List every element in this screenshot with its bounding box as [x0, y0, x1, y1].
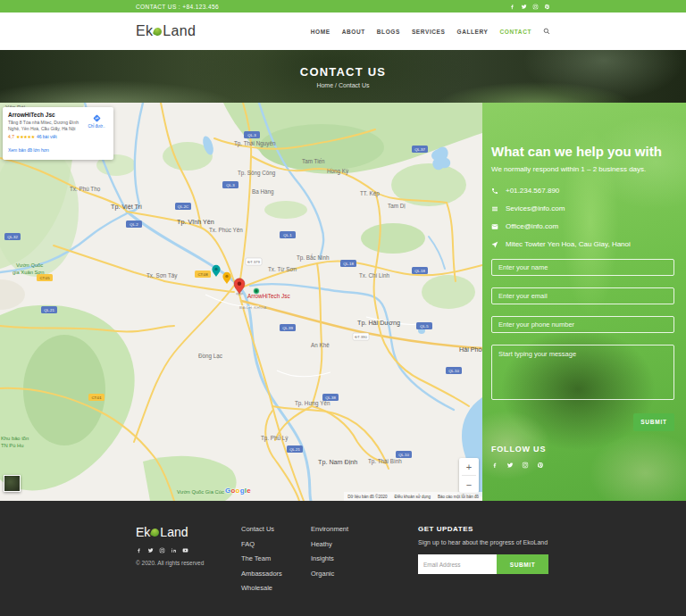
linkedin-icon[interactable] — [171, 547, 177, 554]
phone-input[interactable] — [491, 316, 674, 333]
zoom-out-button[interactable]: − — [459, 476, 479, 493]
nav-item-blogs[interactable]: BLOGS — [377, 29, 400, 35]
twitter-icon[interactable] — [521, 4, 527, 10]
follow-us-icons — [491, 462, 674, 469]
message-textarea[interactable] — [491, 345, 674, 400]
contact-address[interactable]: Mitec Towter Yen Hoa, Cau Giay, Hanoi — [491, 240, 674, 248]
map-label: Tam Tiến — [302, 157, 325, 164]
report-error-link[interactable]: Báo cáo một lỗi bản đồ — [438, 495, 479, 499]
directions-label: Chỉ đườ.. — [88, 124, 105, 129]
map-label: Tx. Từ Sơn — [268, 266, 297, 272]
twitter-icon[interactable] — [506, 462, 514, 469]
logo-text-2: Land — [163, 23, 196, 39]
location-icon — [491, 241, 498, 248]
logo-text-1: Ek — [136, 23, 153, 39]
pinterest-icon[interactable] — [544, 4, 550, 10]
terms-link[interactable]: Điều khoản sử dụng — [394, 495, 431, 499]
instagram-icon[interactable] — [159, 547, 165, 554]
email-input[interactable] — [491, 287, 674, 304]
name-input[interactable] — [491, 259, 674, 276]
contact-phone[interactable]: +01.234.567.890 — [491, 187, 674, 195]
directions-button[interactable]: Chỉ đườ.. — [85, 112, 108, 155]
contact-address-text: Mitec Towter Yen Hoa, Cau Giay, Hanoi — [506, 240, 631, 248]
google-logo[interactable]: Google — [225, 487, 251, 495]
nav-item-home[interactable]: HOME — [311, 29, 330, 35]
contact-services-email[interactable]: Sevices@info.com — [491, 204, 674, 212]
footer-link-insights[interactable]: Insights — [311, 554, 418, 562]
map-label: Tp. Thái Nguyên — [234, 140, 276, 147]
svg-text:QL.21: QL.21 — [44, 308, 54, 312]
road-shield: QL.18 — [340, 260, 356, 267]
road-shield: CT.01 — [88, 394, 105, 401]
footer-link-the-team[interactable]: The Team — [241, 554, 311, 562]
footer-links-column-2: Environment Heathy Insights Organic — [311, 525, 418, 599]
panel-subheading: We normally respond within 1 – 2 busines… — [491, 165, 674, 173]
footer-link-contact-us[interactable]: Contact Us — [241, 525, 311, 533]
svg-text:QL.2C: QL.2C — [178, 204, 188, 209]
zoom-in-button[interactable]: + — [459, 458, 479, 475]
google-map[interactable]: QL.70 QL.37 QL.3 QL.37 QL.32 QL.2 QL.2C … — [0, 103, 482, 501]
svg-text:QL.10: QL.10 — [398, 453, 409, 457]
search-icon[interactable] — [543, 28, 550, 35]
map-marker-label: ArrowHiTech Jsc — [247, 293, 290, 299]
contact-office-text: Office@info.com — [506, 222, 558, 230]
footer-link-faq[interactable]: FAQ — [241, 540, 311, 548]
directions-icon — [93, 114, 101, 122]
footer-link-wholesale[interactable]: Wholesale — [241, 584, 311, 592]
youtube-icon[interactable] — [182, 547, 188, 554]
nav-item-services[interactable]: SERVICES — [412, 29, 446, 35]
pinterest-icon[interactable] — [537, 462, 544, 469]
road-shield: QL.5 — [416, 322, 432, 329]
footer-link-heathy[interactable]: Heathy — [311, 540, 418, 548]
facebook-icon[interactable] — [509, 4, 515, 10]
svg-text:QL.1: QL.1 — [283, 233, 292, 237]
road-shield: QL.21 — [41, 306, 57, 313]
map-canvas[interactable]: QL.70 QL.37 QL.3 QL.37 QL.32 QL.2 QL.2C … — [0, 103, 482, 501]
road-shield: QL.10 — [446, 367, 462, 374]
contact-office-email[interactable]: Office@info.com — [491, 222, 674, 230]
main-nav: HOME ABOUT BLOGS SERVICES GALLERY CONTAC… — [311, 28, 550, 35]
follow-us-heading: FOLLOW US — [491, 445, 674, 454]
address-line-1: Tầng 8 Tòa nhà Mitec, Dương Đình — [8, 120, 79, 125]
contact-panel: What can we help you with We normally re… — [482, 103, 686, 501]
map-zoom-control: + − — [459, 458, 479, 493]
map-label: gia Xuân Sơn — [13, 270, 44, 275]
footer-social — [136, 547, 241, 554]
view-larger-map-link[interactable]: Xem bản đồ lớn hơn — [8, 147, 49, 153]
instagram-icon[interactable] — [522, 462, 529, 469]
road-shield: QL.2 — [126, 221, 142, 228]
map-label: Tx. Chí Linh — [359, 272, 389, 279]
footer-link-organic[interactable]: Organic — [311, 570, 418, 578]
hero-banner: CONTACT US Home / Contact Us — [0, 50, 686, 103]
footer-logo[interactable]: EkLand — [136, 525, 241, 539]
facebook-icon[interactable] — [491, 462, 498, 469]
road-shield: QL.2C — [175, 203, 191, 210]
map-label: Khu bảo tồn — [1, 436, 29, 441]
info-window-address: Tầng 8 Tòa nhà Mitec, Dương Đình Nghệ, Y… — [8, 120, 85, 131]
newsletter-submit-button[interactable]: SUBMIT — [497, 554, 548, 574]
address-line-2: Nghệ, Yên Hoà, Cầu Giấy, Hà Nội — [8, 126, 75, 131]
nav-item-contact[interactable]: CONTACT — [500, 29, 532, 35]
logo[interactable]: EkLand — [136, 23, 196, 39]
breadcrumb[interactable]: Home / Contact Us — [316, 82, 369, 88]
footer-link-ambassadors[interactable]: Ambassadors — [241, 570, 311, 578]
panel-heading: What can we help you with — [491, 144, 674, 160]
satellite-toggle[interactable] — [4, 475, 21, 492]
instagram-icon[interactable] — [532, 4, 539, 10]
facebook-icon[interactable] — [136, 547, 142, 554]
nav-item-about[interactable]: ABOUT — [342, 29, 365, 35]
submit-button[interactable]: SUBMIT — [633, 413, 674, 431]
topbar-contact-text: CONTACT US : +84.123.456 — [136, 4, 219, 10]
footer-link-environment[interactable]: Environment — [311, 525, 418, 533]
map-label: Tp. Phủ Lý — [261, 435, 289, 442]
svg-text:QL.37: QL.37 — [414, 147, 425, 152]
get-updates-section: GET UPDATES Sign up to hear about the pr… — [418, 525, 550, 599]
reviews-link[interactable]: 46 bài viết — [37, 134, 57, 139]
map-info-window: ArrowHiTech Jsc Tầng 8 Tòa nhà Mitec, Dư… — [3, 107, 113, 160]
svg-text:ĐT.390: ĐT.390 — [355, 335, 367, 339]
contact-phone-text: +01.234.567.890 — [506, 187, 559, 195]
svg-text:QL.3: QL.3 — [247, 133, 256, 137]
nav-item-gallery[interactable]: GALLERY — [456, 29, 488, 35]
twitter-icon[interactable] — [147, 547, 154, 554]
newsletter-email-input[interactable] — [418, 554, 497, 574]
